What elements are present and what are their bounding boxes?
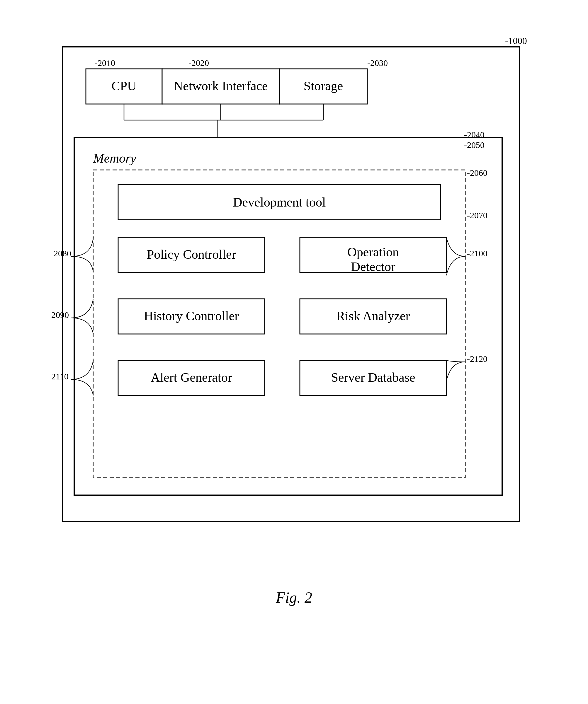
label-2100: -2100: [467, 248, 487, 258]
policy-label: Policy Controller: [147, 247, 236, 261]
label-2120: -2120: [467, 354, 487, 364]
memory-title: Memory: [93, 151, 136, 166]
label-2070: -2070: [467, 210, 487, 220]
network-label: Network Interface: [173, 79, 268, 93]
label-2080: 2080: [54, 248, 71, 258]
dev-tool-label: Development tool: [233, 195, 326, 210]
label-2010: -2010: [95, 58, 115, 68]
op-det-label-2: Detector: [351, 259, 395, 274]
architecture-diagram: -1000 -2010 -2020 -2030 CPU Network Inte…: [45, 23, 543, 580]
history-label: History Controller: [144, 309, 239, 323]
label-2090: 2090: [51, 310, 69, 319]
label-1000: -1000: [505, 36, 527, 46]
label-2050: -2050: [464, 140, 485, 150]
storage-label: Storage: [304, 79, 343, 93]
page-container: -1000 -2010 -2020 -2030 CPU Network Inte…: [0, 0, 588, 704]
label-2020: -2020: [189, 58, 209, 68]
label-2030: -2030: [367, 58, 388, 68]
label-2110: 2110: [51, 371, 68, 381]
risk-label: Risk Analyzer: [336, 309, 410, 323]
label-2060: -2060: [467, 168, 487, 178]
alert-label: Alert Generator: [151, 370, 232, 385]
op-det-label-1: Operation: [348, 245, 399, 259]
figure-caption: Fig. 2: [276, 589, 312, 606]
cpu-label: CPU: [111, 79, 137, 93]
server-label: Server Database: [331, 370, 415, 385]
